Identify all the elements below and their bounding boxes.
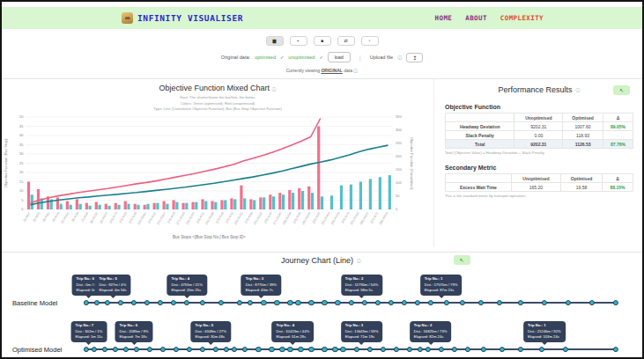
logo[interactable]: ∞ INFINITY VISUALISER — [122, 12, 243, 24]
bus-stop-dot[interactable] — [348, 300, 353, 305]
capture-journey-button[interactable]: ↖ — [454, 255, 470, 265]
bus-stop-dot[interactable] — [478, 300, 484, 305]
bus-stop-dot[interactable] — [287, 300, 292, 305]
original-data-link[interactable]: ORIGINAL — [321, 68, 342, 73]
bus-stop-dot[interactable] — [92, 347, 97, 352]
upload-button[interactable]: ↥ — [406, 53, 423, 62]
small-chart-button[interactable]: ▫ — [361, 36, 379, 46]
bus-stop-dot[interactable] — [118, 300, 123, 305]
svg-text:Objective Function (Cumulative: Objective Function (Cumulative) — [410, 136, 414, 189]
bus-stop-dot[interactable] — [147, 347, 152, 352]
bus-stop-dot[interactable] — [322, 300, 327, 305]
bus-stop-dot[interactable] — [295, 300, 300, 305]
compare-charts-button[interactable]: ⇄ — [337, 36, 355, 46]
bus-stop-dot[interactable] — [279, 347, 285, 352]
bus-stop-dot[interactable] — [298, 347, 303, 352]
trip-tooltip-line: Elapsed: 20m 25s — [171, 288, 202, 294]
bus-stop-dot[interactable] — [444, 300, 449, 305]
bus-stop-dot[interactable] — [465, 347, 470, 352]
unoptimised-checkbox[interactable]: ✓ — [319, 55, 322, 60]
bus-stop-dot[interactable] — [213, 347, 218, 352]
bus-stop-dot[interactable] — [158, 300, 163, 305]
bus-stop-dot[interactable] — [613, 347, 618, 352]
bus-stop-dot[interactable] — [200, 347, 205, 352]
bus-stop-dot[interactable] — [224, 347, 229, 352]
info-icon[interactable]: ⓘ — [272, 86, 277, 92]
capture-results-button[interactable]: ↖ — [613, 85, 630, 95]
bus-stop-dot[interactable] — [308, 300, 314, 305]
bus-stop-dot[interactable] — [393, 347, 398, 352]
bus-stop-dot[interactable] — [497, 300, 502, 305]
bus-stop-dot[interactable] — [402, 300, 407, 305]
bus-stop-dot[interactable] — [418, 347, 423, 352]
bus-stop-dot[interactable] — [407, 347, 412, 352]
bus-stop-dot[interactable] — [274, 300, 279, 305]
bus-stop-dot[interactable] — [255, 347, 261, 352]
secondary-metric-heading: Secondary Metric — [445, 165, 633, 171]
nav-item-home[interactable]: HOME — [435, 14, 453, 22]
bus-stop-dot[interactable] — [388, 300, 393, 305]
bus-stop-dot[interactable] — [232, 347, 237, 352]
table-cell: 165.20 — [511, 183, 560, 192]
table-cell: 89.05% — [603, 122, 633, 131]
bus-stop-dot[interactable] — [123, 347, 129, 352]
info-icon[interactable]: ⓘ — [397, 55, 402, 60]
column-header: Optimised — [561, 174, 603, 183]
bus-stop-dot[interactable] — [439, 347, 444, 352]
journey-chart-section: Journey Chart (Line) ⓘ ↖ Baseline ModelT… — [2, 253, 642, 358]
mixed-chart-button[interactable]: ▆ — [266, 36, 284, 46]
bus-stop-dot[interactable] — [113, 347, 118, 352]
bus-stop-dot[interactable] — [242, 347, 248, 352]
bus-stop-dot[interactable] — [171, 300, 176, 305]
info-icon[interactable]: ⓘ — [576, 87, 581, 92]
bus-stop-dot[interactable] — [518, 347, 523, 352]
load-button[interactable]: load — [328, 52, 351, 62]
bus-stop-dot[interactable] — [380, 347, 385, 352]
bus-stop-dot[interactable] — [332, 347, 337, 352]
square-chart-button[interactable]: ■ — [314, 36, 331, 46]
bus-stop-dot[interactable] — [174, 347, 179, 352]
bus-stop-dot[interactable] — [518, 300, 523, 305]
bus-stop-dot[interactable] — [308, 347, 314, 352]
bus-stop-dot[interactable] — [269, 347, 274, 352]
optimised-checkbox[interactable]: ✓ — [280, 55, 284, 60]
bus-stop-dot[interactable] — [460, 300, 465, 305]
bus-stop-dot[interactable] — [500, 347, 505, 352]
bus-stop-dot[interactable] — [481, 347, 486, 352]
bus-stop-dot[interactable] — [200, 300, 205, 305]
bus-stop-dot[interactable] — [160, 347, 166, 352]
bus-stop-dot[interactable] — [542, 300, 547, 305]
bus-stop-dot[interactable] — [340, 347, 345, 352]
bus-stop-dot[interactable] — [563, 347, 568, 352]
trip-tooltip-line: Elapsed: 87m 15s — [425, 288, 458, 294]
nav-item-complexity[interactable]: COMPLEXITY — [500, 14, 544, 22]
bus-stop-dot[interactable] — [374, 300, 380, 305]
bus-stop-dot[interactable] — [131, 300, 137, 305]
trip-tooltip-line: Elapsed: 82m 24s — [414, 334, 448, 341]
bus-stop-dot[interactable] — [613, 300, 618, 305]
svg-text:[20] 45188: [20] 45188 — [204, 211, 215, 224]
bus-stop-dot[interactable] — [102, 347, 107, 352]
info-icon[interactable]: ⓘ — [357, 258, 361, 263]
bus-stop-dot[interactable] — [248, 300, 253, 305]
bus-stop-dot[interactable] — [144, 300, 150, 305]
bus-stop-dot[interactable] — [237, 300, 242, 305]
info-icon[interactable]: ⓘ — [353, 68, 358, 73]
bus-stop-dot[interactable] — [428, 300, 433, 305]
bus-stop-dot[interactable] — [589, 300, 595, 305]
bus-stop-dot[interactable] — [566, 300, 571, 305]
bus-stop-dot[interactable] — [94, 300, 100, 305]
svg-text:5: 5 — [21, 197, 24, 201]
bus-stop-dot[interactable] — [335, 300, 340, 305]
dot-chart-button[interactable]: ▪ — [290, 36, 307, 46]
bus-stop-dot[interactable] — [322, 347, 327, 352]
app-header: ∞ INFINITY VISUALISER HOMEABOUTCOMPLEXIT… — [2, 7, 642, 29]
bus-stop-dot[interactable] — [452, 347, 457, 352]
bus-stop-dot[interactable] — [415, 300, 420, 305]
bus-stop-dot[interactable] — [218, 300, 224, 305]
table-header-row: UnoptimisedOptimisedΔ — [446, 114, 633, 122]
bus-stop-dot[interactable] — [366, 347, 372, 352]
svg-text:[19] 4551: [19] 4551 — [196, 211, 205, 223]
bus-stop-dot[interactable] — [187, 347, 192, 352]
nav-item-about[interactable]: ABOUT — [465, 14, 487, 22]
